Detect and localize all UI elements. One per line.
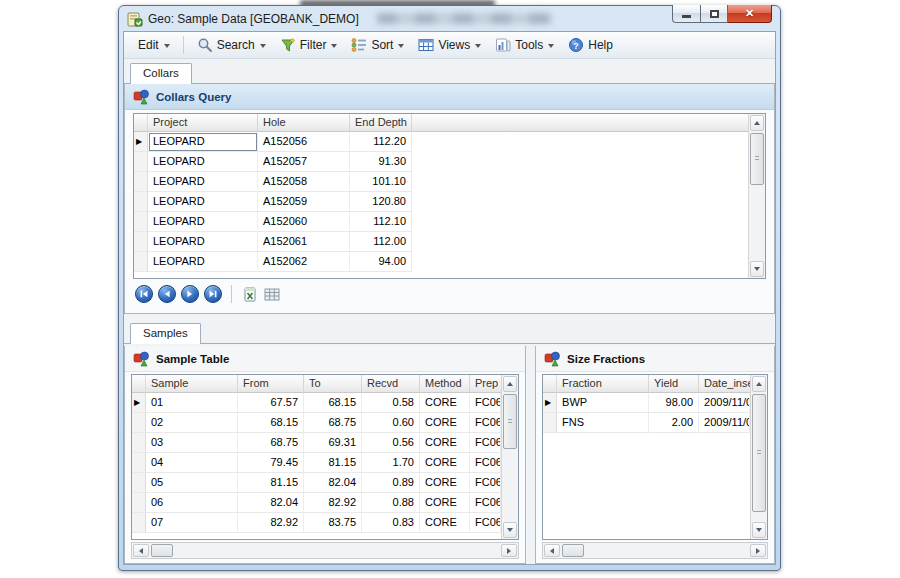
column-header-project[interactable]: Project bbox=[148, 114, 258, 132]
scroll-up-button[interactable] bbox=[752, 376, 766, 392]
prev-record-button[interactable] bbox=[158, 285, 176, 303]
table-row[interactable]: 06 82.04 82.92 0.88 CORE FC066 bbox=[132, 493, 501, 513]
title-bar[interactable]: Geo: Sample Data [GEOBANK_DEMO] ✕ bbox=[123, 6, 776, 31]
column-header-date-inserted[interactable]: Date_inse bbox=[699, 375, 750, 393]
cell-project: LEOPARD bbox=[148, 172, 258, 192]
sample-vertical-scrollbar[interactable] bbox=[501, 375, 518, 539]
grid-view-button[interactable] bbox=[263, 286, 280, 303]
table-row[interactable]: LEOPARD A152059 120.80 bbox=[134, 192, 748, 212]
cell-recvd: 1.70 bbox=[362, 453, 420, 473]
filter-icon bbox=[280, 37, 296, 53]
toolbar-edit[interactable]: Edit bbox=[132, 35, 176, 55]
scrollbar-thumb[interactable] bbox=[752, 394, 766, 512]
cell-filler bbox=[412, 232, 748, 252]
last-record-button[interactable] bbox=[204, 285, 222, 303]
toolbar-filter-label: Filter bbox=[300, 38, 327, 52]
scroll-down-button[interactable] bbox=[503, 522, 517, 538]
column-header-recvd[interactable]: Recvd bbox=[362, 375, 420, 393]
window-controls: ✕ bbox=[672, 5, 772, 23]
cell-end-depth: 112.20 bbox=[350, 132, 412, 152]
next-record-button[interactable] bbox=[181, 285, 199, 303]
scrollbar-thumb[interactable] bbox=[750, 133, 764, 185]
toolbar-tools[interactable]: Tools bbox=[489, 34, 560, 56]
scrollbar-thumb[interactable] bbox=[503, 394, 517, 449]
scroll-right-button[interactable] bbox=[750, 544, 766, 557]
column-header-hole[interactable]: Hole bbox=[258, 114, 350, 132]
cell-from: 81.15 bbox=[238, 473, 304, 493]
row-marker bbox=[132, 513, 146, 533]
table-row[interactable]: 05 81.15 82.04 0.89 CORE FC066 bbox=[132, 473, 501, 493]
table-row[interactable]: BWP 98.00 2009/11/0 bbox=[543, 393, 750, 413]
scrollbar-thumb[interactable] bbox=[562, 544, 584, 557]
sample-horizontal-scrollbar[interactable] bbox=[131, 542, 519, 559]
toolbar-views[interactable]: Views bbox=[412, 34, 487, 56]
scrollbar-track[interactable] bbox=[150, 543, 500, 558]
minimize-button[interactable] bbox=[672, 5, 701, 23]
first-record-button[interactable] bbox=[135, 285, 153, 303]
column-header-end-depth[interactable]: End Depth bbox=[350, 114, 412, 132]
scroll-down-button[interactable] bbox=[750, 261, 764, 277]
scroll-left-button[interactable] bbox=[544, 544, 560, 557]
scroll-up-button[interactable] bbox=[750, 115, 764, 131]
table-row[interactable]: 07 82.92 83.75 0.83 CORE FC066 bbox=[132, 513, 501, 533]
column-header-sample[interactable]: Sample bbox=[146, 375, 238, 393]
arrow-right-icon bbox=[756, 548, 760, 554]
fractions-vertical-scrollbar[interactable] bbox=[750, 375, 767, 539]
toolbar-help[interactable]: ? Help bbox=[562, 34, 619, 56]
table-row[interactable]: 03 68.75 69.31 0.56 CORE FC066 bbox=[132, 433, 501, 453]
table-row[interactable]: LEOPARD A152061 112.00 bbox=[134, 232, 748, 252]
maximize-button[interactable] bbox=[701, 5, 728, 23]
table-row[interactable]: LEOPARD A152057 91.30 bbox=[134, 152, 748, 172]
cell-method: CORE bbox=[420, 393, 470, 413]
cell-hole: A152058 bbox=[258, 172, 350, 192]
column-header-yield[interactable]: Yield bbox=[649, 375, 699, 393]
chevron-down-icon bbox=[398, 44, 404, 48]
cell-method: CORE bbox=[420, 513, 470, 533]
sample-table-header: Sample Table bbox=[125, 346, 525, 372]
row-marker bbox=[134, 192, 148, 212]
collars-vertical-scrollbar[interactable] bbox=[748, 114, 765, 278]
column-header-from[interactable]: From bbox=[238, 375, 304, 393]
column-header-prep[interactable]: Prep bbox=[470, 375, 501, 393]
close-button[interactable]: ✕ bbox=[728, 5, 772, 23]
toolbar-filter[interactable]: Filter bbox=[274, 34, 344, 56]
column-header-to[interactable]: To bbox=[304, 375, 362, 393]
scrollbar-thumb[interactable] bbox=[151, 544, 173, 557]
toolbar-help-label: Help bbox=[588, 38, 613, 52]
cell-date-inserted: 2009/11/0 bbox=[699, 393, 750, 413]
table-row[interactable]: 04 79.45 81.15 1.70 CORE FC066 bbox=[132, 453, 501, 473]
table-row[interactable]: LEOPARD A152062 94.00 bbox=[134, 252, 748, 272]
scroll-down-button[interactable] bbox=[752, 522, 766, 538]
cell-method: CORE bbox=[420, 453, 470, 473]
tab-collars[interactable]: Collars bbox=[130, 63, 192, 84]
table-row[interactable]: LEOPARD A152058 101.10 bbox=[134, 172, 748, 192]
row-marker bbox=[132, 453, 146, 473]
cell-sample: 02 bbox=[146, 413, 238, 433]
toolbar-search[interactable]: Search bbox=[191, 34, 272, 56]
column-header-method[interactable]: Method bbox=[420, 375, 470, 393]
table-row[interactable]: LEOPARD A152060 112.10 bbox=[134, 212, 748, 232]
cell-filler bbox=[412, 192, 748, 212]
sample-grid: Sample From To Recvd Method Prep bbox=[131, 374, 519, 540]
column-header-fraction[interactable]: Fraction bbox=[557, 375, 649, 393]
table-row[interactable]: LEOPARD A152056 112.20 bbox=[134, 132, 748, 152]
navigator-separator bbox=[231, 285, 232, 303]
toolbar: Edit Search Filter bbox=[124, 32, 775, 59]
cell-project: LEOPARD bbox=[148, 132, 258, 152]
tab-samples[interactable]: Samples bbox=[130, 323, 201, 344]
cell-recvd: 0.56 bbox=[362, 433, 420, 453]
cell-hole: A152056 bbox=[258, 132, 350, 152]
row-marker bbox=[134, 152, 148, 172]
table-row[interactable]: 02 68.15 68.75 0.60 CORE FC066 bbox=[132, 413, 501, 433]
column-header-filler bbox=[412, 114, 748, 132]
table-row[interactable]: FNS 2.00 2009/11/0 bbox=[543, 413, 750, 433]
scroll-up-button[interactable] bbox=[503, 376, 517, 392]
toolbar-sort[interactable]: Sort bbox=[345, 34, 410, 56]
scrollbar-track[interactable] bbox=[561, 543, 749, 558]
excel-export-button[interactable] bbox=[241, 286, 258, 303]
scroll-right-button[interactable] bbox=[501, 544, 517, 557]
sort-icon bbox=[351, 37, 367, 53]
table-row[interactable]: 01 67.57 68.15 0.58 CORE FC066 bbox=[132, 393, 501, 413]
fractions-horizontal-scrollbar[interactable] bbox=[542, 542, 768, 559]
scroll-left-button[interactable] bbox=[133, 544, 149, 557]
